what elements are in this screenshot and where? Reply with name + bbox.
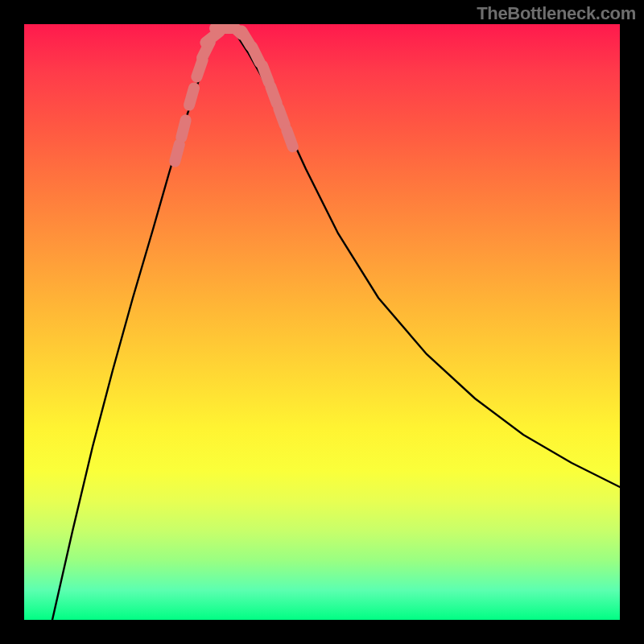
sweet-spot-marker	[279, 109, 285, 126]
sweet-spot-marker	[189, 88, 194, 105]
bottleneck-curve-svg	[24, 24, 620, 620]
sweet-spot-marker-group	[175, 24, 293, 162]
sweet-spot-marker	[252, 47, 260, 63]
sweet-spot-marker	[287, 130, 293, 147]
watermark-text: TheBottleneck.com	[477, 3, 636, 24]
bottleneck-curve-path	[52, 28, 620, 620]
sweet-spot-marker	[175, 144, 180, 161]
sweet-spot-marker	[270, 87, 277, 104]
chart-plot-area	[24, 24, 620, 620]
sweet-spot-marker	[181, 120, 185, 137]
sweet-spot-marker	[262, 66, 269, 83]
